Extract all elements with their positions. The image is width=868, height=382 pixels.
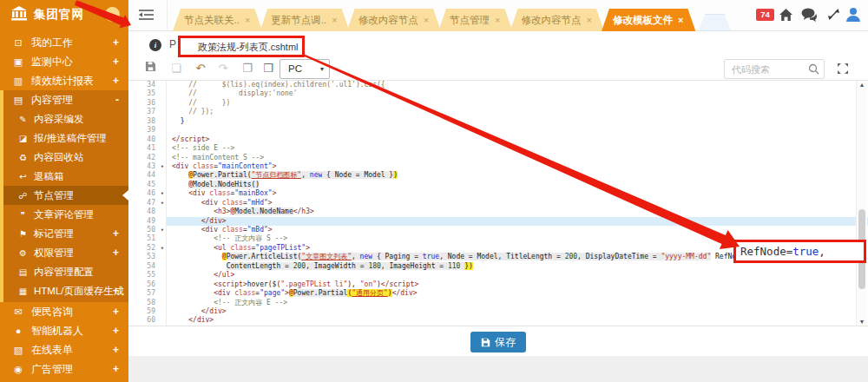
expand-toggle-icon[interactable]: + [113,325,119,337]
sidebar-item-robot[interactable]: ●智能机器人+ [0,321,128,340]
sidebar-item-stats-report[interactable]: ▥绩效统计报表+ [0,71,128,90]
expand-toggle-icon[interactable]: + [113,344,119,356]
scroll-down-icon[interactable]: ▼ [857,319,867,325]
redo-icon[interactable]: ↷ [215,61,231,76]
sidebar-item-html-cache[interactable]: ▦HTML/页面缓存生成+ [3,281,128,300]
line-number[interactable]: 55 [128,271,167,280]
sidebar-item-content-config[interactable]: ▤内容管理配置 [3,262,128,281]
sidebar-item-comment-mgmt[interactable]: ❞文章评论管理 [3,205,128,224]
line-number[interactable]: 58 [128,299,167,307]
sidebar-item-return-box[interactable]: ↩退稿箱 [3,167,128,186]
chat-icon[interactable] [801,8,818,25]
expand-toggle-icon[interactable]: + [113,227,119,240]
info-icon[interactable]: i [149,39,161,51]
line-number[interactable]: 60 [128,316,167,325]
tab-close-icon[interactable]: × [424,15,429,25]
fold-caret-icon[interactable]: ▾ [161,244,164,253]
sidebar-item-perm-mgmt[interactable]: ⚙权限管理+ [3,243,128,262]
line-number[interactable]: 50▾ [128,226,167,234]
expand-toggle-icon[interactable]: - [115,94,119,106]
expand-toggle-icon[interactable]: + [113,247,119,259]
line-number[interactable]: 59 [128,307,167,316]
sidebar-header[interactable]: 集团官网 ⌄ [0,0,128,30]
line-number[interactable]: 44 [128,171,167,180]
fold-caret-icon[interactable]: ▾ [161,189,164,198]
line-number[interactable]: 37 [128,108,167,116]
line-number[interactable]: 43▾ [128,162,167,171]
line-number[interactable]: 52▾ [128,244,167,253]
tab-4[interactable]: 节点管理× [438,9,512,31]
collapse-menu-icon[interactable] [139,9,155,21]
sidebar-item-node-mgmt[interactable]: ☍节点管理 [3,186,128,205]
line-number[interactable]: 40 [128,135,167,144]
line-number[interactable]: 45 [128,181,167,189]
expand-toggle-icon[interactable]: + [113,75,119,87]
line-number[interactable]: 49 [128,217,167,226]
line-number[interactable]: 61 [128,326,167,326]
line-number[interactable]: 41 [128,144,167,153]
fold-caret-icon[interactable]: ▾ [161,199,164,207]
fullscreen-icon[interactable] [837,63,849,78]
save-icon[interactable] [142,61,158,76]
line-number[interactable]: 56 [128,280,167,289]
new-file-icon[interactable]: ❏ [168,61,184,76]
search-icon[interactable] [808,63,819,78]
tab-1[interactable]: 节点关联关..× [173,9,262,31]
sidebar-item-monitor-center[interactable]: ▣监测中心+ [0,52,128,71]
line-number[interactable]: 57 [128,289,167,298]
sidebar-item-online-form[interactable]: ▧在线表单+ [0,340,128,359]
expand-toggle-icon[interactable]: + [113,36,119,49]
resize-arrows-icon[interactable] [827,8,840,24]
tab-6[interactable]: 修改模板文件× [602,9,695,31]
line-number[interactable]: 54 [128,262,167,271]
line-number[interactable]: 51 [128,234,167,243]
sidebar-item-public-consult[interactable]: ✉便民咨询+ [0,302,128,321]
new-tab-stub[interactable] [698,14,731,31]
chevron-down-icon[interactable]: ⌄ [105,7,120,22]
undo-icon[interactable]: ↶ [193,61,208,76]
line-number[interactable]: 47▾ [128,199,167,207]
code-editor[interactable]: 34 // $(lis).eq(index).children('.ul1').… [128,80,868,326]
tab-close-icon[interactable]: × [678,15,683,25]
notification-badge[interactable]: 74 [756,9,774,21]
sidebar-item-my-work[interactable]: ⊡我的工作+ [0,33,128,52]
sidebar-item-ad-mgmt[interactable]: ◉广告管理+ [0,359,128,379]
sidebar-item-tag-mgmt[interactable]: ⚑标记管理+ [3,224,128,243]
editor-vscrollbar[interactable]: ▲ ▼ [856,81,867,326]
line-number[interactable]: 34 [128,81,167,89]
expand-toggle-icon[interactable]: + [113,363,119,375]
line-number[interactable]: 46▾ [128,189,167,198]
sidebar-item-content-edit[interactable]: ✎内容采编发 [3,109,128,128]
avatar[interactable] [844,5,863,28]
expand-toggle-icon[interactable]: + [113,306,119,318]
home-icon[interactable] [779,8,793,25]
tab-close-icon[interactable]: × [587,15,592,25]
device-select[interactable]: PC ▾ [279,59,330,79]
copy-icon[interactable]: ❐ [240,61,255,76]
sidebar-item-content-mgmt[interactable]: ▤内容管理- [3,90,128,109]
expand-toggle-icon[interactable]: + [113,285,119,297]
line-number[interactable]: 38 [128,117,167,126]
code-line-content: <!-- side E --> [167,144,868,153]
sidebar-item-push-mgmt[interactable]: ◪报/推送稿件管理 [3,128,128,148]
fold-caret-icon[interactable]: ▾ [161,162,164,171]
line-number[interactable]: 53 [128,253,167,261]
tab-2[interactable]: 更新节点调..× [260,9,349,31]
line-number[interactable]: 42 [128,154,167,162]
sidebar-item-recycle-bin[interactable]: ♻内容回收站 [3,148,128,167]
scrollbar-thumb[interactable] [858,209,865,289]
tab-5[interactable]: 修改内容节点× [510,9,604,31]
save-button[interactable]: 保存 [470,332,526,352]
tab-3[interactable]: 修改内容节点× [347,9,441,31]
line-number[interactable]: 48 [128,207,167,216]
fold-caret-icon[interactable]: ▾ [161,226,164,234]
line-number[interactable]: 35 [128,89,167,98]
line-number[interactable]: 39 [128,126,167,135]
scroll-up-icon[interactable]: ▲ [857,82,867,88]
tab-close-icon[interactable]: × [495,15,500,25]
line-number[interactable]: 36 [128,99,167,108]
tab-close-icon[interactable]: × [245,15,250,25]
expand-toggle-icon[interactable]: + [113,56,119,68]
paste-icon[interactable]: ❒ [260,61,276,76]
tab-close-icon[interactable]: × [332,15,337,25]
